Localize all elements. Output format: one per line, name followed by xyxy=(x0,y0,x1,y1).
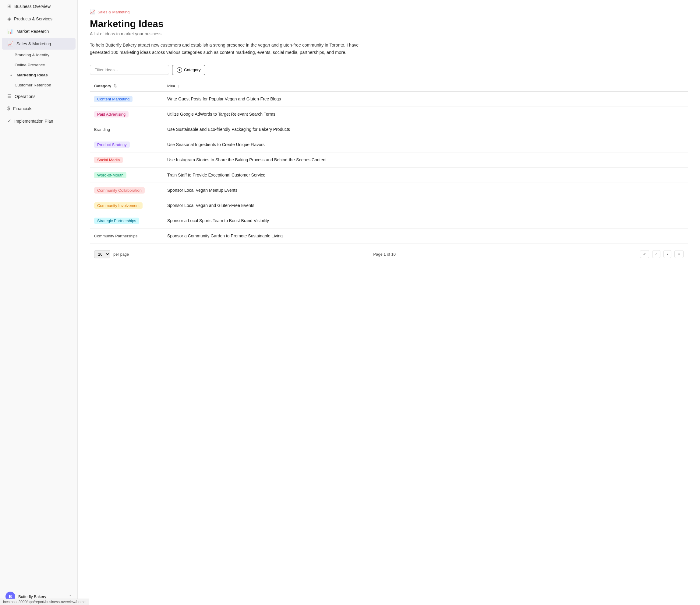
category-badge[interactable]: Strategic Partnerships xyxy=(94,218,139,224)
category-filter-button[interactable]: + Category xyxy=(172,65,205,75)
table-row: Word-of-MouthTrain Staff to Provide Exce… xyxy=(90,167,688,183)
category-badge[interactable]: Community Collaboration xyxy=(94,187,145,193)
sidebar-item-sales-marketing[interactable]: 📈 Sales & Marketing xyxy=(2,38,76,50)
table-cell-category: Social Media xyxy=(90,152,163,167)
sidebar-item-products-services[interactable]: ◈ Products & Services xyxy=(2,13,76,25)
table-row: Strategic PartnershipsSponsor a Local Sp… xyxy=(90,213,688,228)
table-row: Social MediaUse Instagram Stories to Sha… xyxy=(90,152,688,167)
table-row: Community PartnershipsSponsor a Communit… xyxy=(90,228,688,243)
sidebar-item-business-overview[interactable]: ⊞ Business Overview xyxy=(2,0,76,12)
dollar-icon: $ xyxy=(7,106,10,111)
sidebar-sub-item-online-presence[interactable]: Online Presence xyxy=(2,60,76,70)
category-badge[interactable]: Product Strategy xyxy=(94,141,130,148)
table-cell-category: Community Involvement xyxy=(90,198,163,213)
tag-icon: ◈ xyxy=(7,16,11,22)
sidebar-sub-item-marketing-ideas[interactable]: Marketing Ideas xyxy=(2,70,76,80)
table-cell-idea: Sponsor a Local Sports Team to Boost Bra… xyxy=(163,213,688,228)
table-cell-idea: Write Guest Posts for Popular Vegan and … xyxy=(163,91,688,106)
list-icon: ☰ xyxy=(7,94,11,99)
next-page-button[interactable]: › xyxy=(664,250,672,258)
pagination-bar: 10 25 50 per page Page 1 of 10 « ‹ › » xyxy=(90,245,688,263)
column-header-idea[interactable]: Idea ↓ xyxy=(163,81,688,91)
table-row: BrandingUse Sustainable and Eco-friendly… xyxy=(90,122,688,137)
ideas-table: Category ⇅ Idea ↓ Content MarketingWrite… xyxy=(90,81,688,244)
table-cell-category: Product Strategy xyxy=(90,137,163,152)
sidebar-sub-item-customer-retention[interactable]: Customer Retention xyxy=(2,80,76,90)
sidebar-item-market-research[interactable]: 📊 Market Research xyxy=(2,25,76,37)
grid-icon: ⊞ xyxy=(7,3,11,9)
sort-icon-category: ⇅ xyxy=(114,84,117,88)
table-cell-idea: Sponsor a Community Garden to Promote Su… xyxy=(163,228,688,243)
category-badge[interactable]: Word-of-Mouth xyxy=(94,172,126,178)
table-cell-category: Branding xyxy=(90,122,163,137)
page-info: Page 1 of 10 xyxy=(132,252,637,257)
page-subtitle: A list of ideas to market your business xyxy=(90,31,688,36)
table-row: Community InvolvementSponsor Local Vegan… xyxy=(90,198,688,213)
category-badge[interactable]: Branding xyxy=(94,126,113,133)
sidebar-sub-item-branding-identity[interactable]: Branding & Identity xyxy=(2,50,76,60)
table-cell-idea: Train Staff to Provide Exceptional Custo… xyxy=(163,167,688,183)
last-page-button[interactable]: » xyxy=(674,250,683,258)
main-content: 📈 Sales & Marketing Marketing Ideas A li… xyxy=(78,0,700,605)
user-name: Butterfly Bakery xyxy=(18,594,66,599)
category-badge[interactable]: Content Marketing xyxy=(94,96,132,102)
filter-bar: + Category xyxy=(90,65,688,75)
page-title: Marketing Ideas xyxy=(90,18,688,29)
filter-input[interactable] xyxy=(90,65,169,75)
sort-icon-idea: ↓ xyxy=(178,84,180,88)
table-row: Product StrategyUse Seasonal Ingredients… xyxy=(90,137,688,152)
breadcrumb-icon: 📈 xyxy=(90,9,96,15)
column-header-category[interactable]: Category ⇅ xyxy=(90,81,163,91)
table-cell-idea: Use Instagram Stories to Share the Bakin… xyxy=(163,152,688,167)
chart-bar-icon: 📊 xyxy=(7,28,14,34)
table-cell-idea: Sponsor Local Vegan Meetup Events xyxy=(163,183,688,198)
table-cell-idea: Utilize Google AdWords to Target Relevan… xyxy=(163,106,688,122)
prev-page-button[interactable]: ‹ xyxy=(652,250,660,258)
category-badge[interactable]: Community Involvement xyxy=(94,202,143,209)
table-cell-idea: Use Seasonal Ingredients to Create Uniqu… xyxy=(163,137,688,152)
table-cell-category: Word-of-Mouth xyxy=(90,167,163,183)
chevron-down-icon: ⌃ xyxy=(69,594,72,599)
table-cell-idea: Sponsor Local Vegan and Gluten-Free Even… xyxy=(163,198,688,213)
sidebar: ⊞ Business Overview ◈ Products & Service… xyxy=(0,0,78,605)
table-cell-category: Community Collaboration xyxy=(90,183,163,198)
first-page-button[interactable]: « xyxy=(640,250,649,258)
table-row: Paid AdvertisingUtilize Google AdWords t… xyxy=(90,106,688,122)
trending-up-icon: 📈 xyxy=(7,41,14,47)
table-row: Content MarketingWrite Guest Posts for P… xyxy=(90,91,688,106)
table-header-row: Category ⇅ Idea ↓ xyxy=(90,81,688,91)
category-badge[interactable]: Social Media xyxy=(94,157,123,163)
per-page-label: per page xyxy=(113,252,129,257)
table-cell-category: Community Partnerships xyxy=(90,228,163,243)
sidebar-item-financials[interactable]: $ Financials xyxy=(2,103,76,114)
table-cell-category: Paid Advertising xyxy=(90,106,163,122)
plus-circle-icon: + xyxy=(177,67,182,73)
url-bar: localhost:3000/app/report/business-overv… xyxy=(0,599,89,605)
category-badge[interactable]: Paid Advertising xyxy=(94,111,128,117)
category-badge[interactable]: Community Partnerships xyxy=(94,233,141,239)
breadcrumb: 📈 Sales & Marketing xyxy=(90,9,688,15)
sidebar-item-operations[interactable]: ☰ Operations xyxy=(2,90,76,102)
table-cell-category: Strategic Partnerships xyxy=(90,213,163,228)
per-page-select[interactable]: 10 25 50 xyxy=(94,250,110,258)
table-cell-category: Content Marketing xyxy=(90,91,163,106)
table-row: Community CollaborationSponsor Local Veg… xyxy=(90,183,688,198)
check-circle-icon: ✓ xyxy=(7,118,11,124)
page-description: To help Butterfly Bakery attract new cus… xyxy=(90,42,364,56)
table-cell-idea: Use Sustainable and Eco-friendly Packagi… xyxy=(163,122,688,137)
sidebar-item-implementation-plan[interactable]: ✓ Implementation Plan xyxy=(2,115,76,127)
